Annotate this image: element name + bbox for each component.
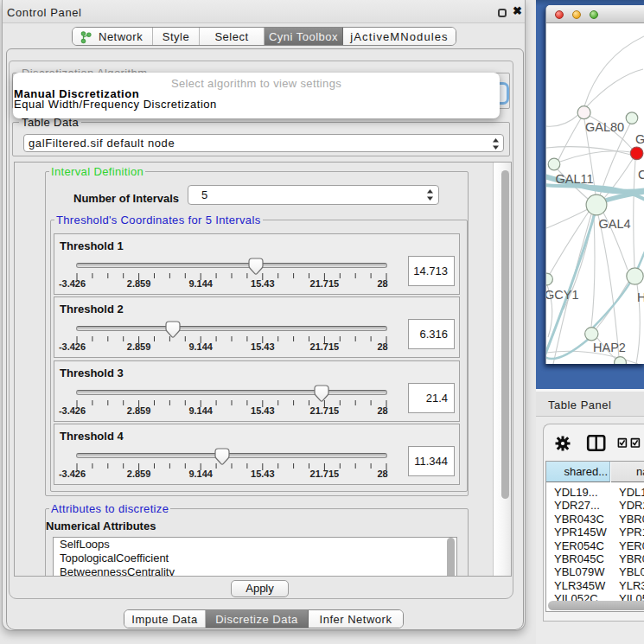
svg-text:GAL80: GAL80 xyxy=(585,120,624,134)
svg-text:HAP2: HAP2 xyxy=(593,341,626,354)
svg-text:H: H xyxy=(637,290,644,304)
svg-text:GAL4: GAL4 xyxy=(599,217,631,231)
svg-text:GAL: GAL xyxy=(635,132,644,146)
svg-text:C: C xyxy=(638,168,644,182)
svg-text:GAL11: GAL11 xyxy=(556,172,594,186)
svg-text:GCY1: GCY1 xyxy=(546,288,579,302)
